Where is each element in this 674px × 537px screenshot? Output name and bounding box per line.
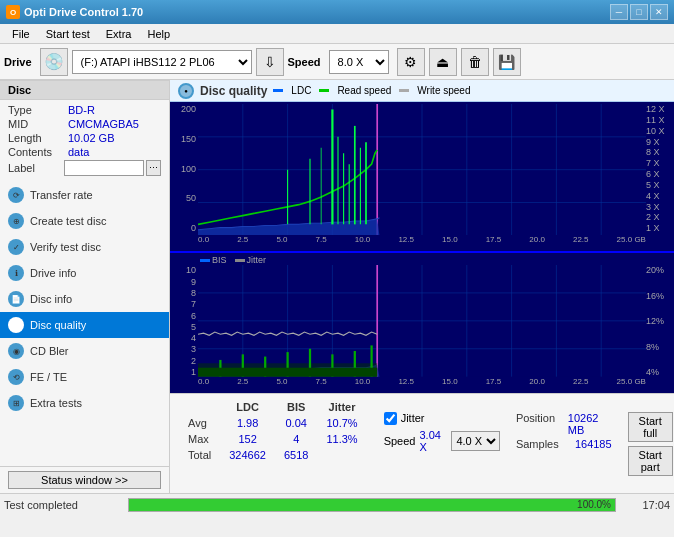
drive-section: Drive 💿 (F:) ATAPI iHBS112 2 PL06 ⇩ — [4, 48, 284, 76]
drive-arrow-icon[interactable]: ⇩ — [256, 48, 284, 76]
sidebar-item-fe-te[interactable]: ⟲ FE / TE — [0, 364, 169, 390]
sidebar-item-disc-info[interactable]: 📄 Disc info — [0, 286, 169, 312]
sidebar: Disc Type BD-R MID CMCMAGBA5 Length 10.0… — [0, 80, 170, 493]
erase-icon-btn[interactable]: 🗑 — [461, 48, 489, 76]
sidebar-item-create-test-disc[interactable]: ⊕ Create test disc — [0, 208, 169, 234]
sidebar-item-drive-info[interactable]: ℹ Drive info — [0, 260, 169, 286]
position-info: Position 10262 MB Samples 164185 — [516, 412, 612, 450]
chart-bot-x75: 7.5 — [316, 377, 327, 393]
toolbar: Drive 💿 (F:) ATAPI iHBS112 2 PL06 ⇩ Spee… — [0, 44, 674, 80]
drive-select[interactable]: (F:) ATAPI iHBS112 2 PL06 — [72, 50, 252, 74]
minimize-button[interactable]: ─ — [610, 4, 628, 20]
sidebar-item-disc-quality[interactable]: ★ Disc quality — [0, 312, 169, 338]
bis-legend: BIS — [200, 255, 227, 265]
menu-file[interactable]: File — [4, 24, 38, 44]
disc-section-header: Disc — [0, 80, 169, 100]
chart-bot-y9: 9 — [191, 277, 196, 287]
menu-extra[interactable]: Extra — [98, 24, 140, 44]
app-title: Opti Drive Control 1.70 — [24, 6, 143, 18]
ldc-legend-label: LDC — [291, 85, 311, 96]
disc-quality-title: Disc quality — [200, 84, 267, 98]
eject-icon-btn[interactable]: ⏏ — [429, 48, 457, 76]
chart-top-yr4: 4 X — [646, 191, 660, 201]
chart-bottom-x-axis: 0.0 2.5 5.0 7.5 10.0 12.5 15.0 17.5 20.0… — [198, 377, 646, 393]
title-bar-left: O Opti Drive Control 1.70 — [6, 5, 143, 19]
charts-container: 200 150 100 50 0 12 X 11 X 10 X 9 X 8 X … — [170, 102, 674, 393]
start-part-button[interactable]: Start part — [628, 446, 673, 476]
max-label: Max — [180, 432, 219, 446]
close-button[interactable]: ✕ — [650, 4, 668, 20]
chart-top-yr10: 10 X — [646, 126, 665, 136]
chart-top-x100: 10.0 — [355, 235, 371, 251]
fe-te-icon: ⟲ — [8, 369, 24, 385]
sidebar-item-cd-bler[interactable]: ◉ CD Bler — [0, 338, 169, 364]
max-jitter: 11.3% — [318, 432, 365, 446]
speed-select-dropdown[interactable]: 4.0 X — [451, 431, 500, 451]
sidebar-item-label: Disc quality — [30, 319, 86, 331]
chart-bot-yr12: 12% — [646, 316, 664, 326]
toolbar-action-icons: ⚙ ⏏ 🗑 💾 — [397, 48, 521, 76]
chart-top-y50: 50 — [186, 193, 196, 203]
sidebar-item-verify-test-disc[interactable]: ✓ Verify test disc — [0, 234, 169, 260]
chart-bot-x25: 2.5 — [237, 377, 248, 393]
chart-top-x50: 5.0 — [276, 235, 287, 251]
chart-bot-yr8: 8% — [646, 342, 659, 352]
sidebar-item-transfer-rate[interactable]: ⟳ Transfer rate — [0, 182, 169, 208]
disc-quality-cd-icon: ● — [178, 83, 194, 99]
disc-length-row: Length 10.02 GB — [8, 132, 161, 144]
sidebar-item-extra-tests[interactable]: ⊞ Extra tests — [0, 390, 169, 416]
jitter-checkbox[interactable] — [384, 412, 397, 425]
disc-label-input[interactable] — [64, 160, 144, 176]
disc-label-btn[interactable]: ⋯ — [146, 160, 161, 176]
jitter-checkbox-row: Jitter — [384, 412, 500, 425]
chart-top-x75: 7.5 — [316, 235, 327, 251]
status-window-button[interactable]: Status window >> — [8, 471, 161, 489]
read-speed-legend-label: Read speed — [337, 85, 391, 96]
ldc-legend-icon — [273, 89, 283, 92]
disc-mid-label: MID — [8, 118, 68, 130]
chart-top-y100: 100 — [181, 164, 196, 174]
extra-tests-icon: ⊞ — [8, 395, 24, 411]
disc-contents-value: data — [68, 146, 89, 158]
main-area: Disc Type BD-R MID CMCMAGBA5 Length 10.0… — [0, 80, 674, 493]
disc-info-section: Type BD-R MID CMCMAGBA5 Length 10.02 GB … — [0, 100, 169, 182]
chart-bottom-svg — [198, 265, 646, 377]
drive-info-icon: ℹ — [8, 265, 24, 281]
chart-bot-y10: 10 — [186, 265, 196, 275]
speed-select[interactable]: 8.0 X — [329, 50, 389, 74]
menu-start-test[interactable]: Start test — [38, 24, 98, 44]
verify-test-icon: ✓ — [8, 239, 24, 255]
save-icon-btn[interactable]: 💾 — [493, 48, 521, 76]
chart-top-x175: 17.5 — [486, 235, 502, 251]
disc-label-row: Label ⋯ — [8, 160, 161, 176]
chart-top-yr11: 11 X — [646, 115, 665, 125]
sidebar-item-label: Transfer rate — [30, 189, 93, 201]
status-window-section: Status window >> — [0, 466, 169, 493]
settings-icon-btn[interactable]: ⚙ — [397, 48, 425, 76]
status-bar: Test completed 100.0% 17:04 — [0, 493, 674, 515]
menu-help[interactable]: Help — [139, 24, 178, 44]
position-row: Position 10262 MB — [516, 412, 612, 436]
total-label: Total — [180, 448, 219, 462]
samples-row: Samples 164185 — [516, 438, 612, 450]
chart-top-x125: 12.5 — [398, 235, 414, 251]
drive-label: Drive — [4, 56, 32, 68]
stats-right-inner: Jitter Speed 3.04 X 4.0 X — [384, 412, 673, 476]
start-full-button[interactable]: Start full — [628, 412, 673, 442]
write-speed-legend-icon — [399, 89, 409, 92]
speed-info-row: Speed 3.04 X 4.0 X — [384, 429, 500, 453]
title-bar-controls: ─ □ ✕ — [610, 4, 668, 20]
sidebar-nav: ⟳ Transfer rate ⊕ Create test disc ✓ Ver… — [0, 182, 169, 416]
chart-bot-x125: 12.5 — [398, 377, 414, 393]
disc-quality-icon: ★ — [8, 317, 24, 333]
chart-top-yr2: 2 X — [646, 212, 660, 222]
total-ldc: 324662 — [221, 448, 274, 462]
chart-bottom-legend: BIS Jitter — [200, 255, 266, 265]
chart-bot-yr16: 16% — [646, 291, 664, 301]
maximize-button[interactable]: □ — [630, 4, 648, 20]
content-area: ● Disc quality LDC Read speed Write spee… — [170, 80, 674, 493]
max-ldc: 152 — [221, 432, 274, 446]
chart-top-y-right-axis: 12 X 11 X 10 X 9 X 8 X 7 X 6 X 5 X 4 X 3… — [646, 102, 674, 235]
sidebar-item-label: Drive info — [30, 267, 76, 279]
chart-bot-x225: 22.5 — [573, 377, 589, 393]
